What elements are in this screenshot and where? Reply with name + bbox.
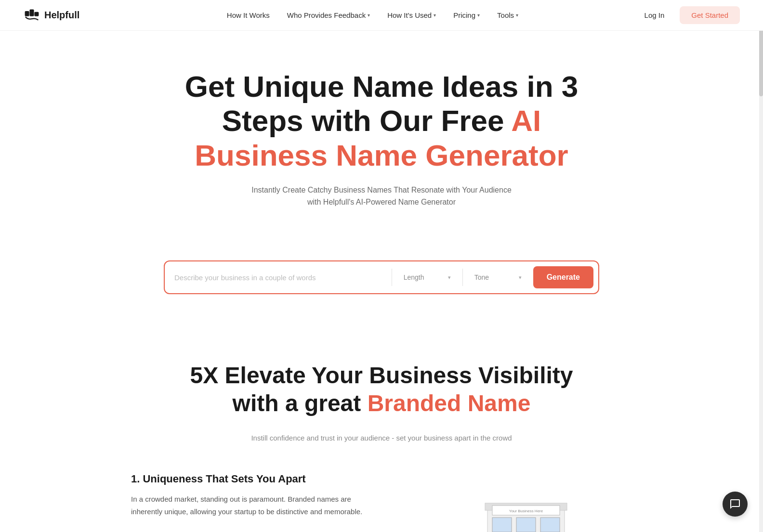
length-select[interactable]: Length ▾	[396, 270, 459, 285]
nav-tools[interactable]: Tools ▾	[489, 7, 526, 23]
chevron-down-icon: ▾	[448, 274, 451, 281]
feature-description: In a crowded market, standing out is par…	[131, 493, 372, 518]
tone-select[interactable]: Tone ▾	[467, 270, 529, 285]
svg-rect-9	[540, 518, 560, 532]
features-section: 1. Uniqueness That Sets You Apart In a c…	[92, 463, 671, 532]
branded-subtitle: Instill confidence and trust in your aud…	[188, 432, 575, 444]
hero-title: Get Unique Name Ideas in 3 Steps with Ou…	[164, 69, 599, 172]
chevron-down-icon: ▾	[519, 274, 522, 281]
navbar: Helpfull How It Works Who Provides Feedb…	[0, 0, 763, 31]
chevron-icon: ▾	[477, 13, 480, 18]
get-started-button[interactable]: Get Started	[680, 6, 740, 24]
divider	[462, 269, 463, 286]
generator-form: Length ▾ Tone ▾ Generate	[164, 260, 599, 294]
generator-container: Length ▾ Tone ▾ Generate	[141, 260, 622, 333]
navbar-actions: Log In Get Started	[637, 6, 740, 24]
nav-pricing[interactable]: Pricing ▾	[446, 7, 487, 23]
chevron-icon: ▾	[434, 13, 436, 18]
login-button[interactable]: Log In	[637, 7, 672, 23]
scrollbar-track[interactable]	[759, 0, 763, 532]
logo-text: Helpfull	[44, 10, 79, 21]
generate-button[interactable]: Generate	[533, 266, 593, 288]
svg-rect-8	[516, 518, 536, 532]
svg-rect-0	[25, 11, 29, 16]
logo-link[interactable]: Helpfull	[23, 7, 79, 24]
chevron-icon: ▾	[368, 13, 370, 18]
logo-icon	[23, 7, 40, 24]
nav-how-it-works[interactable]: How It Works	[219, 7, 277, 23]
storefront-illustration: Your Business Here	[478, 479, 574, 532]
business-description-input[interactable]	[174, 270, 388, 285]
nav-how-its-used[interactable]: How It's Used ▾	[380, 7, 444, 23]
svg-rect-1	[30, 9, 34, 16]
svg-rect-7	[492, 518, 512, 532]
nav-who-provides-feedback[interactable]: Who Provides Feedback ▾	[279, 7, 378, 23]
hero-subtitle: Instantly Create Catchy Business Names T…	[247, 184, 516, 208]
chat-button[interactable]	[723, 492, 748, 517]
branded-section: 5X Elevate Your Business Visibility with…	[165, 333, 598, 463]
navbar-links: How It Works Who Provides Feedback ▾ How…	[108, 7, 636, 23]
chat-icon	[729, 498, 741, 510]
branded-title: 5X Elevate Your Business Visibility with…	[188, 362, 575, 417]
svg-rect-2	[34, 12, 39, 16]
chevron-icon: ▾	[516, 13, 518, 18]
svg-text:Your Business Here: Your Business Here	[509, 509, 543, 513]
divider	[392, 269, 392, 286]
hero-section: Get Unique Name Ideas in 3 Steps with Ou…	[141, 31, 622, 260]
